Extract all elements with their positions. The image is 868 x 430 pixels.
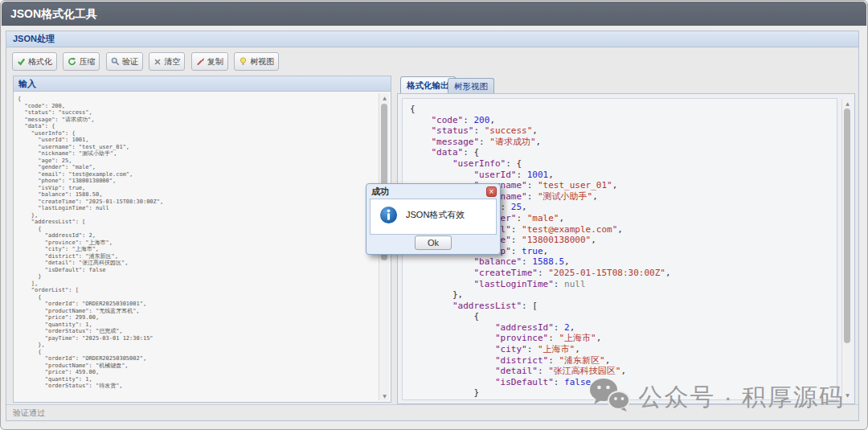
check-icon bbox=[17, 57, 26, 66]
dialog-footer: Ok bbox=[366, 235, 500, 251]
scroll-up-icon[interactable]: ▲ bbox=[379, 93, 390, 102]
app-title: JSON格式化工具 bbox=[10, 7, 97, 20]
clear-x-icon bbox=[154, 58, 162, 66]
json-input[interactable]: { "code": 200, "status": "success", "mes… bbox=[18, 96, 376, 399]
output-tabstrip: 格式化输出 树形视图 bbox=[397, 76, 855, 93]
app-title-bar: JSON格式化工具 bbox=[2, 2, 866, 26]
compress-icon bbox=[68, 57, 76, 66]
tree-view-button-label: 树视图 bbox=[250, 56, 274, 68]
clear-button[interactable]: 清空 bbox=[149, 52, 185, 71]
copy-button-label: 复制 bbox=[207, 56, 223, 68]
success-dialog: 成功 × JSON格式有效 Ok bbox=[366, 183, 501, 255]
format-button[interactable]: 格式化 bbox=[12, 52, 57, 71]
scroll-down-icon[interactable]: ▼ bbox=[379, 391, 390, 400]
clear-button-label: 清空 bbox=[164, 56, 180, 68]
dialog-body: JSON格式有效 bbox=[370, 199, 497, 235]
compress-button[interactable]: 压缩 bbox=[63, 52, 100, 71]
validate-button-label: 验证 bbox=[122, 56, 138, 68]
magnifier-icon bbox=[111, 57, 120, 66]
compress-button-label: 压缩 bbox=[79, 56, 95, 68]
dialog-title: 成功 bbox=[371, 186, 389, 196]
dialog-message: JSON格式有效 bbox=[406, 209, 465, 221]
scroll-up-icon[interactable]: ▲ bbox=[842, 99, 853, 108]
bulb-icon bbox=[239, 57, 248, 66]
app-window: JSON格式化工具 JSON处理 格式化 压缩 验证 清空 bbox=[0, 0, 868, 430]
watermark: 公众号 · 积厚源码 bbox=[588, 377, 845, 418]
info-icon bbox=[379, 206, 398, 227]
ok-button[interactable]: Ok bbox=[415, 235, 452, 250]
input-panel: 输入 { "code": 200, "status": "success", "… bbox=[13, 76, 391, 403]
format-button-label: 格式化 bbox=[28, 56, 52, 68]
output-scrollbar-thumb[interactable] bbox=[844, 109, 850, 343]
close-icon[interactable]: × bbox=[486, 186, 497, 197]
input-panel-title: 输入 bbox=[18, 79, 36, 88]
validate-button[interactable]: 验证 bbox=[106, 52, 143, 71]
json-processing-title: JSON处理 bbox=[13, 34, 55, 43]
brush-icon bbox=[196, 57, 205, 66]
wechat-icon bbox=[588, 377, 630, 418]
input-panel-header: 输入 bbox=[14, 76, 391, 92]
tab-tree-view[interactable]: 树形视图 bbox=[448, 78, 494, 93]
tree-view-button[interactable]: 树视图 bbox=[234, 52, 279, 71]
toolbar: 格式化 压缩 验证 清空 复制 树视图 bbox=[6, 47, 858, 73]
watermark-text: 公众号 · 积厚源码 bbox=[638, 381, 845, 414]
dialog-title-bar[interactable]: 成功 bbox=[366, 184, 500, 199]
copy-button[interactable]: 复制 bbox=[191, 52, 228, 71]
input-body: { "code": 200, "status": "success", "mes… bbox=[14, 92, 391, 402]
json-processing-header: JSON处理 bbox=[6, 31, 858, 47]
status-text: 验证通过 bbox=[13, 408, 45, 417]
output-scrollbar[interactable]: ▲ ▼ bbox=[841, 99, 852, 399]
